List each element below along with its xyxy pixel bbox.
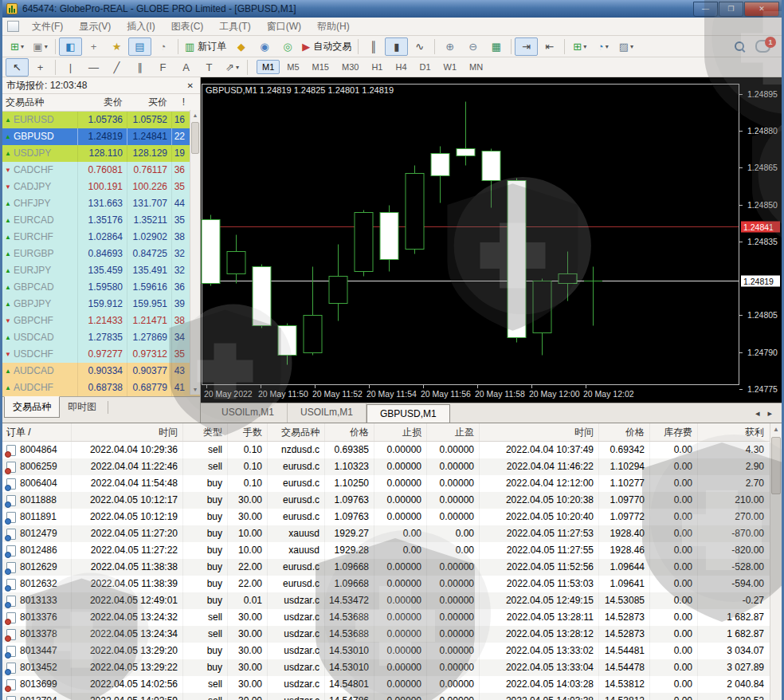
order-row-8012629[interactable]: 80126292022.04.05 11:38:38buy22.00eurusd…: [2, 559, 770, 576]
notification-icon[interactable]: 1: [755, 40, 770, 53]
timeframe-w1[interactable]: W1: [438, 60, 463, 74]
templates-button[interactable]: ▨▾: [614, 37, 637, 56]
tab-scroll-right-icon[interactable]: ▸: [767, 408, 772, 419]
market-watch-row-gbpjpy[interactable]: ▲GBPJPY159.912159.95139: [2, 296, 200, 313]
arrows-tool[interactable]: ⇗▾: [221, 58, 244, 77]
new-chart-button[interactable]: ⊞▾: [6, 37, 29, 56]
menu-item-3[interactable]: 图表(C): [163, 18, 212, 36]
orders-column-4[interactable]: 交易品种: [267, 423, 324, 441]
market-watch-toggle[interactable]: ◧: [59, 37, 82, 56]
market-watch-close-icon[interactable]: ✕: [185, 81, 196, 90]
close-button[interactable]: ✕: [744, 2, 779, 17]
maximize-button[interactable]: ❐: [719, 2, 743, 17]
scroll-up-icon[interactable]: ▲: [193, 112, 198, 118]
crosshair-tool[interactable]: +: [29, 58, 52, 77]
chart-shift-toggle[interactable]: ⇤: [538, 37, 561, 56]
cursor-tool[interactable]: ↖: [6, 58, 29, 77]
timeframe-d1[interactable]: D1: [414, 60, 437, 74]
profiles-button[interactable]: ▣▾: [29, 37, 52, 56]
trendline-tool[interactable]: ╱: [105, 58, 128, 77]
orders-column-7[interactable]: 止盈: [426, 423, 479, 441]
orders-column-3[interactable]: 手数: [227, 423, 267, 441]
signals-button[interactable]: ◎: [276, 37, 299, 56]
tile-windows-button[interactable]: ▦: [484, 37, 508, 56]
periods-button[interactable]: ◔▾: [591, 37, 614, 56]
orders-column-11[interactable]: 获利: [697, 423, 769, 441]
orders-column-5[interactable]: 价格: [324, 423, 374, 441]
orders-column-0[interactable]: 订单 /: [2, 423, 71, 441]
order-row-8013447[interactable]: 80134472022.04.05 13:29:20buy30.00usdzar…: [2, 643, 770, 659]
timeframe-m1[interactable]: M1: [257, 60, 280, 74]
market-watch-column-3[interactable]: !: [171, 94, 189, 111]
minimize-button[interactable]: —: [693, 2, 718, 17]
market-watch-row-usdjpy[interactable]: ▲USDJPY128.110128.12919: [2, 145, 200, 162]
orders-column-2[interactable]: 类型: [182, 423, 227, 441]
line-chart-button[interactable]: ∿: [408, 37, 431, 56]
order-row-8012632[interactable]: 80126322022.04.05 11:38:39buy22.00eurusd…: [2, 576, 770, 592]
menu-item-5[interactable]: 窗口(W): [259, 18, 309, 36]
scroll-thumb[interactable]: [191, 122, 199, 154]
orders-column-8[interactable]: 时间: [479, 423, 598, 441]
text-tool[interactable]: A: [174, 58, 198, 77]
timeframe-h1[interactable]: H1: [366, 60, 388, 74]
market-watch-row-gbpchf[interactable]: ▼GBPCHF1.214331.2147138: [2, 313, 200, 329]
scroll-down-icon[interactable]: ▼: [190, 384, 200, 395]
order-row-8006259[interactable]: 80062592022.04.04 11:22:46sell0.10eurusd…: [2, 458, 770, 475]
market-watch-row-gbpcad[interactable]: ▲GBPCAD1.595801.5961636: [2, 279, 200, 296]
market-watch-row-usdcad[interactable]: ▲USDCAD1.278351.2786934: [2, 329, 200, 346]
market-watch-row-eurcad[interactable]: ▲EURCAD1.351761.3521135: [2, 212, 200, 229]
new-order-button[interactable]: ▥新订单: [182, 37, 229, 56]
market-watch-row-chfjpy[interactable]: ▲CHFJPY131.663131.70744: [2, 195, 200, 212]
market-watch-row-gbpusd[interactable]: ▲GBPUSD1.248191.2484122: [2, 128, 200, 145]
search-icon[interactable]: [735, 41, 744, 51]
orders-column-6[interactable]: 止损: [374, 423, 426, 441]
chart-svg[interactable]: 1.248411.248951.248801.248651.248501.248…: [201, 77, 782, 403]
metaeditor-button[interactable]: ◆: [229, 37, 253, 56]
chart-window-icon[interactable]: [7, 21, 19, 32]
orders-column-10[interactable]: 库存费: [649, 423, 697, 441]
market-watch-row-eurusd[interactable]: ▲EURUSD1.057361.0575216: [2, 112, 200, 128]
market-watch-row-eurchf[interactable]: ▲EURCHF1.028641.0290238: [2, 229, 200, 246]
market-watch-column-0[interactable]: 交易品种: [2, 94, 77, 111]
text-label-tool[interactable]: T: [198, 58, 221, 77]
order-row-8013699[interactable]: 80136992022.04.05 14:02:56sell30.00usdza…: [2, 676, 770, 693]
market-watch-tab-0[interactable]: 交易品种: [4, 396, 60, 418]
market-watch-row-usdchf[interactable]: ▼USDCHF0.972770.9731235: [2, 346, 200, 363]
order-row-8013133[interactable]: 80131332022.04.05 12:49:01buy0.01usdzar.…: [2, 592, 770, 609]
market-watch-row-cadjpy[interactable]: ▼CADJPY100.191100.22635: [2, 179, 200, 195]
bars-chart-button[interactable]: ║: [362, 37, 385, 56]
scroll-up-icon[interactable]: ▲: [773, 426, 779, 433]
market-watch-scrollbar[interactable]: ▲ ▼: [190, 110, 200, 395]
chart-tab-0[interactable]: USOILm,M1: [209, 403, 288, 423]
strategy-tester-button[interactable]: ◔: [151, 37, 174, 56]
vertical-line-tool[interactable]: |: [59, 58, 82, 77]
market-watch-row-cadchf[interactable]: ▼CADCHF0.760810.7611736: [2, 162, 200, 179]
order-row-8004864[interactable]: 80048642022.04.04 10:29:36sell0.10nzdusd…: [2, 442, 770, 458]
zoom-in-button[interactable]: ⊕: [438, 37, 461, 56]
timeframe-mn[interactable]: MN: [464, 60, 488, 74]
fibonacci-tool[interactable]: F: [151, 58, 174, 77]
orders-column-1[interactable]: 时间: [71, 423, 182, 441]
menu-item-1[interactable]: 显示(V): [71, 18, 119, 36]
order-row-8012479[interactable]: 80124792022.04.05 11:27:20buy10.00xauusd…: [2, 525, 770, 542]
order-row-8013452[interactable]: 80134522022.04.05 13:29:22buy30.00usdzar…: [2, 659, 770, 676]
market-watch-row-eurgbp[interactable]: ▲EURGBP0.846930.8472532: [2, 246, 200, 262]
data-window-button[interactable]: +: [82, 37, 105, 56]
order-row-8013704[interactable]: 80137042022.04.05 14:02:59sell30.00usdza…: [2, 693, 770, 700]
order-row-8013376[interactable]: 80133762022.04.05 13:24:32sell30.00usdza…: [2, 609, 770, 626]
auto-scroll-toggle[interactable]: ⇥: [515, 37, 538, 56]
timeframe-m30[interactable]: M30: [336, 60, 364, 74]
autotrading-button[interactable]: ▶自动交易: [299, 37, 355, 56]
market-watch-row-eurjpy[interactable]: ▲EURJPY135.459135.49132: [2, 262, 200, 279]
terminal-toggle[interactable]: ▤: [128, 37, 151, 56]
order-row-8013378[interactable]: 80133782022.04.05 13:24:34sell30.00usdza…: [2, 626, 770, 643]
order-row-8012486[interactable]: 80124862022.04.05 11:27:22buy10.00xauusd…: [2, 542, 770, 559]
candles-chart-button[interactable]: ▮: [385, 37, 408, 56]
terminal-scrollbar[interactable]: ▲: [770, 423, 782, 700]
timeframe-m15[interactable]: M15: [307, 60, 335, 74]
menu-item-2[interactable]: 插入(I): [119, 18, 163, 36]
menu-item-6[interactable]: 帮助(H): [309, 18, 358, 36]
order-row-8011888[interactable]: 80118882022.04.05 10:12:17buy30.00eurusd…: [2, 492, 770, 509]
zoom-out-button[interactable]: ⊖: [461, 37, 484, 56]
channel-tool[interactable]: ∥: [128, 58, 151, 77]
